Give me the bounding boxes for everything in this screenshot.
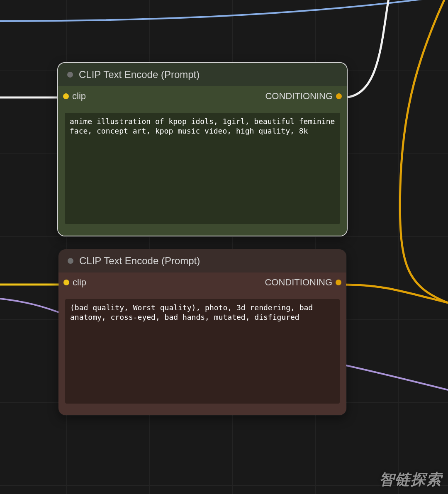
node-titlebar[interactable]: CLIP Text Encode (Prompt) [58,249,346,273]
prompt-text-input[interactable] [65,299,340,404]
output-port-conditioning[interactable] [336,280,341,285]
output-label-conditioning: CONDITIONING [265,277,332,288]
input-label-clip: clip [72,91,86,102]
watermark-text: 智链探索 [379,470,442,490]
output-label-conditioning: CONDITIONING [265,91,333,102]
node-titlebar[interactable]: CLIP Text Encode (Prompt) [58,63,347,86]
input-port-clip[interactable] [63,280,69,285]
node-io-row: clip CONDITIONING [58,86,347,106]
input-label-clip: clip [73,277,86,288]
node-body [58,106,347,236]
output-port-conditioning[interactable] [336,93,342,99]
node-title: CLIP Text Encode (Prompt) [79,255,200,267]
node-io-row: clip CONDITIONING [58,273,346,292]
node-clip-text-encode-positive[interactable]: CLIP Text Encode (Prompt) clip CONDITION… [57,62,348,236]
node-clip-text-encode-negative[interactable]: CLIP Text Encode (Prompt) clip CONDITION… [58,249,347,416]
collapse-dot-icon[interactable] [67,72,73,78]
node-body [58,292,346,415]
prompt-text-input[interactable] [65,113,340,224]
collapse-dot-icon[interactable] [68,258,73,264]
node-title: CLIP Text Encode (Prompt) [79,69,200,80]
input-port-clip[interactable] [63,93,69,99]
